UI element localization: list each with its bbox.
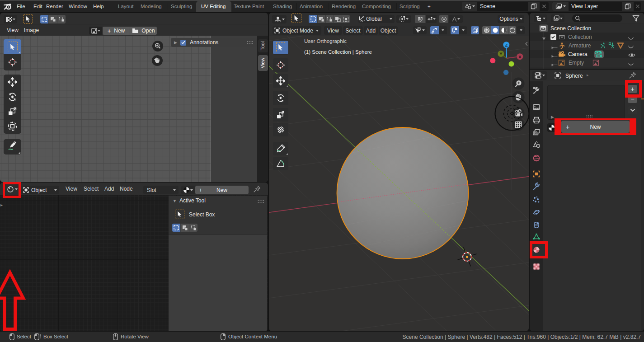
svg-text:Collection: Collection bbox=[568, 34, 592, 40]
svg-text:Empty: Empty bbox=[569, 60, 584, 66]
svg-text:Armature: Armature bbox=[569, 42, 591, 49]
svg-text:View: View bbox=[260, 58, 265, 69]
svg-text:(1) Scene Collection | Sphere: (1) Scene Collection | Sphere bbox=[304, 49, 372, 55]
svg-text:X: X bbox=[518, 54, 522, 59]
svg-text:Scene Collection: Scene Collection bbox=[550, 25, 591, 32]
svg-text:User Orthographic: User Orthographic bbox=[304, 38, 347, 44]
svg-text:Camera: Camera bbox=[568, 51, 588, 57]
svg-text:Tool: Tool bbox=[260, 41, 265, 50]
svg-text:Z: Z bbox=[505, 42, 508, 47]
svg-text:Y: Y bbox=[499, 51, 503, 56]
